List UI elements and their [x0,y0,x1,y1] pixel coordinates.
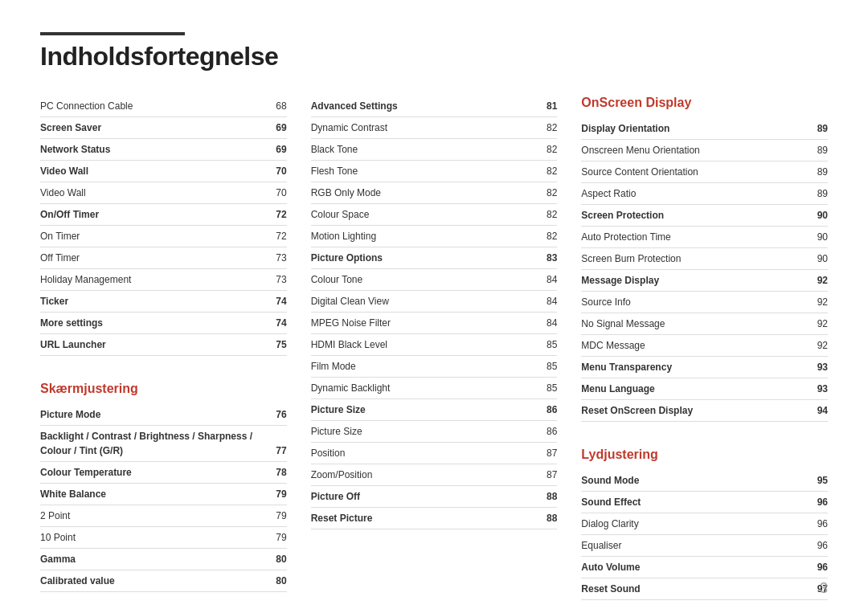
toc-num: 75 [264,337,287,352]
toc-row: Aspect Ratio89 [581,183,828,205]
toc-row: Screen Saver69 [40,117,287,139]
toc-num: 89 [805,143,828,157]
toc-num: 80 [264,552,287,566]
toc-row: Reset Picture88 [311,508,558,529]
toc-row: Calibrated value80 [40,570,287,592]
toc-label: Colour Space [311,207,535,222]
toc-num: 86 [534,424,557,439]
toc-label: Reset Sound [581,582,805,596]
toc-row: Sound Mode95 [581,470,828,492]
toc-label: Picture Mode [40,407,264,422]
toc-row: Position87 [311,443,558,464]
toc-label: Colour Temperature [40,465,264,480]
toc-row: 2 Point79 [40,505,287,527]
toc-num: 95 [805,473,828,488]
toc-row: PC Connection Cable68 [40,96,287,117]
toc-label: Screen Saver [40,121,264,135]
toc-row: Advanced Settings81 [311,96,558,117]
toc-num: 79 [264,530,287,545]
toc-label: Sound Effect [581,495,805,509]
toc-label: Screen Protection [581,208,805,223]
toc-label: HDMI Black Level [311,337,535,352]
col3-section2-rows: Sound Mode95Sound Effect96Dialog Clarity… [581,470,828,600]
toc-num: 84 [534,294,557,309]
toc-num: 79 [264,509,287,523]
toc-row: Onscreen Menu Orientation89 [581,140,828,161]
toc-row: Film Mode85 [311,356,558,378]
columns-wrapper: PC Connection Cable68Screen Saver69Netwo… [40,96,828,600]
toc-num: 90 [805,208,828,223]
toc-row: Motion Lighting82 [311,226,558,247]
toc-label: Picture Size [311,424,535,439]
toc-num: 82 [534,164,557,178]
toc-label: Auto Volume [581,560,805,574]
toc-row: On/Off Timer72 [40,204,287,226]
toc-row: Display Orientation89 [581,118,828,140]
toc-label: Picture Options [311,251,535,265]
toc-num: 89 [805,165,828,179]
toc-num: 72 [264,229,287,243]
toc-num: 84 [534,316,557,330]
toc-row: Screen Burn Protection90 [581,248,828,270]
toc-row: Auto Protection Time90 [581,227,828,248]
toc-label: Network Status [40,142,264,157]
toc-num: 87 [534,446,557,460]
toc-label: Dynamic Contrast [311,121,535,135]
toc-row: Holiday Management73 [40,269,287,291]
toc-num: 92 [805,317,828,331]
toc-row: Off Timer73 [40,247,287,269]
toc-row: Colour Tone84 [311,269,558,291]
toc-label: Backlight / Contrast / Brightness / Shar… [40,429,264,458]
toc-row: Source Info92 [581,292,828,313]
page-number: 3 [820,580,828,597]
toc-num: 74 [264,316,287,330]
toc-label: Position [311,446,535,460]
toc-num: 96 [805,560,828,574]
toc-row: Message Display92 [581,270,828,292]
toc-label: White Balance [40,487,264,501]
toc-label: 10 Point [40,530,264,545]
title-bar [40,32,185,35]
toc-num: 73 [264,251,287,265]
toc-row: Gamma80 [40,549,287,570]
toc-row: Sound Effect96 [581,492,828,513]
toc-num: 93 [805,382,828,396]
toc-row: MDC Message92 [581,335,828,357]
col2-rows: Advanced Settings81Dynamic Contrast82Bla… [311,96,558,529]
toc-label: Motion Lighting [311,229,535,243]
page-title: Indholdsfortegnelse [40,42,828,72]
toc-row: Picture Options83 [311,247,558,269]
toc-row: Colour Temperature78 [40,462,287,484]
toc-label: Sound Mode [581,473,805,488]
toc-label: Gamma [40,552,264,566]
toc-num: 94 [805,403,828,418]
toc-num: 74 [264,294,287,309]
toc-label: Picture Size [311,403,535,417]
toc-num: 83 [534,251,557,265]
toc-row: Reset Sound97 [581,578,828,600]
toc-num: 92 [805,273,828,288]
col1-section-rows: Picture Mode76Backlight / Contrast / Bri… [40,404,287,592]
toc-label: Source Content Orientation [581,165,805,179]
toc-label: Ticker [40,294,264,309]
toc-num: 84 [534,272,557,287]
toc-num: 85 [534,337,557,352]
toc-label: Onscreen Menu Orientation [581,143,805,157]
toc-label: Advanced Settings [311,99,535,113]
toc-num: 76 [264,407,287,422]
toc-row: Network Status69 [40,139,287,161]
toc-label: Aspect Ratio [581,186,805,201]
toc-label: MPEG Noise Filter [311,316,535,330]
toc-label: 2 Point [40,509,264,523]
toc-label: More settings [40,316,264,330]
toc-row: Menu Language93 [581,378,828,400]
toc-row: More settings74 [40,313,287,334]
toc-num: 70 [264,186,287,200]
toc-num: 68 [264,99,287,113]
toc-label: Menu Language [581,382,805,396]
toc-label: Display Orientation [581,121,805,136]
toc-row: Menu Transparency93 [581,357,828,378]
toc-label: Screen Burn Protection [581,251,805,266]
toc-row: On Timer72 [40,226,287,247]
toc-num: 77 [264,443,287,458]
